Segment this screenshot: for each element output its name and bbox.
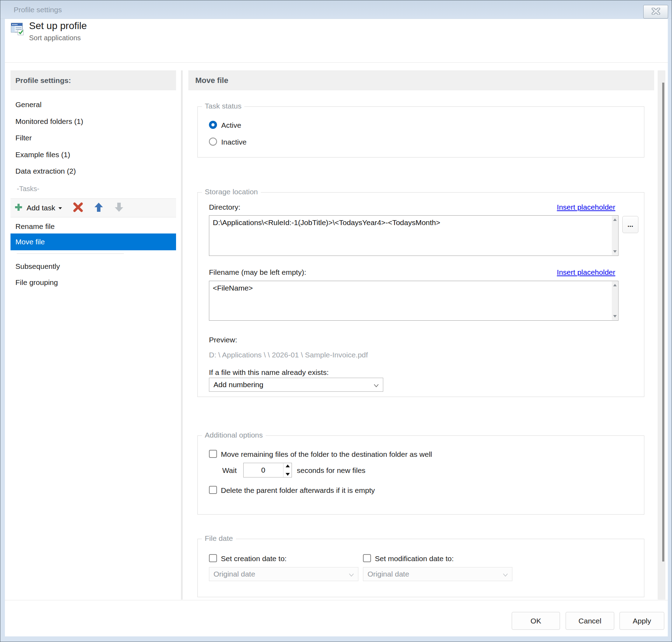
filename-value: <FileName> [213,284,608,292]
page-title: Set up profile [29,20,87,32]
set-creation-date-label[interactable]: Set creation date to: [221,554,287,563]
wait-seconds-stepper[interactable]: 0 [243,463,292,477]
filename-label: Filename (may be left empty): [209,268,306,277]
file-exists-label: If a file with this name already exists: [209,368,329,377]
task-item-move-file[interactable]: Move file [10,233,176,250]
task-list-separator [17,253,124,254]
browse-directory-button[interactable]: ... [622,216,638,233]
chevron-down-icon [503,570,508,578]
file-date-legend: File date [202,534,236,543]
sidebar-item-subsequently[interactable]: Subsequently [10,261,176,272]
delete-parent-folder-label[interactable]: Delete the parent folder afterwards if i… [221,486,375,495]
tasks-section-label: -Tasks- [10,185,176,193]
profile-settings-window: Profile settings Set up profile Sort app… [0,0,672,642]
filename-scrollbar[interactable] [612,281,618,320]
chevron-down-icon [374,381,379,389]
sidebar-heading: Profile settings: [10,70,176,90]
title-bar [0,0,672,19]
set-modification-date-checkbox[interactable] [363,554,371,562]
window-title: Profile settings [14,6,62,14]
insert-placeholder-filename-link[interactable]: Insert placeholder [557,268,615,277]
stepper-buttons [283,463,292,477]
scroll-down-icon[interactable] [613,250,617,253]
creation-date-selected-value: Original date [214,570,255,578]
directory-label: Directory: [209,203,240,211]
inactive-radio-label[interactable]: Inactive [221,138,246,146]
active-radio[interactable] [209,121,217,129]
scroll-up-icon[interactable] [613,218,617,221]
stepper-down-icon[interactable] [286,473,290,476]
footer-divider [5,600,668,600]
directory-scrollbar[interactable] [612,216,618,255]
sidebar-item-example-files[interactable]: Example files (1) [10,149,176,160]
storage-location-legend: Storage location [202,188,261,196]
add-task-dropdown-icon[interactable] [58,205,62,211]
wait-label: Wait [222,466,237,475]
apply-button[interactable]: Apply [620,612,664,630]
directory-input[interactable]: D:\Applications\<RuleId:-1(JobTitle)>\<T… [209,215,618,256]
page-subtitle: Sort applications [29,34,81,42]
preview-label: Preview: [209,336,237,344]
scroll-up-icon[interactable] [613,284,617,286]
main-panel-title: Move file [188,70,654,90]
chevron-down-icon [349,570,354,578]
ok-button[interactable]: OK [512,612,560,630]
storage-location-group: Storage location Directory: Insert place… [197,192,644,397]
move-remaining-files-checkbox[interactable] [209,450,217,458]
sidebar-item-data-extraction[interactable]: Data extraction (2) [10,166,176,176]
close-button[interactable] [643,5,668,19]
main-scrollbar-thumb[interactable] [662,83,664,561]
stepper-up-icon[interactable] [286,465,290,467]
sidebar-item-monitored-folders[interactable]: Monitored folders (1) [10,116,176,127]
wait-suffix-label: seconds for new files [297,466,365,475]
filename-input[interactable]: <FileName> [209,281,618,321]
move-task-up-icon[interactable] [94,202,104,214]
wait-seconds-value: 0 [244,466,283,474]
modification-date-selected-value: Original date [368,570,409,578]
inactive-radio[interactable] [209,138,217,146]
additional-options-legend: Additional options [202,431,266,439]
insert-placeholder-directory-link[interactable]: Insert placeholder [557,203,615,211]
sidebar-item-general[interactable]: General [10,99,176,110]
directory-value: D:\Applications\<RuleId:-1(JobTitle)>\<T… [213,218,608,227]
move-task-down-icon[interactable] [114,202,124,214]
additional-options-group: Additional options Move remaining files … [197,435,644,515]
modification-date-select[interactable]: Original date [363,567,512,581]
scroll-down-icon[interactable] [613,315,617,317]
task-item-rename-file[interactable]: Rename file [10,219,176,234]
task-status-legend: Task status [202,102,244,110]
set-modification-date-label[interactable]: Set modification date to: [375,554,454,563]
file-exists-selected-value: Add numbering [214,381,263,389]
add-task-button[interactable]: Add task [27,204,55,212]
move-remaining-files-label[interactable]: Move remaining files of the folder to th… [221,450,432,459]
task-status-group: Task status Active Inactive [197,106,644,158]
cancel-button[interactable]: Cancel [566,612,614,630]
add-task-icon[interactable] [14,203,23,213]
file-date-group: File date Set creation date to: Set modi… [197,539,644,597]
file-exists-select[interactable]: Add numbering [209,378,383,392]
active-radio-label[interactable]: Active [221,121,241,130]
header-divider [5,62,668,63]
sidebar-item-filter[interactable]: Filter [10,133,176,143]
sidebar-main-divider [181,70,183,600]
delete-task-icon[interactable] [73,202,83,214]
close-icon [651,8,660,16]
sidebar-item-file-grouping[interactable]: File grouping [10,277,176,288]
preview-path: D: \ Applications \ \ 2026-01 \ Sample-I… [209,351,368,359]
task-toolbar: Add task [10,198,176,217]
setup-profile-icon [10,21,25,36]
set-creation-date-checkbox[interactable] [209,554,217,562]
delete-parent-folder-checkbox[interactable] [209,486,217,494]
creation-date-select[interactable]: Original date [209,567,358,581]
main-scrollbar-track[interactable] [658,70,665,600]
